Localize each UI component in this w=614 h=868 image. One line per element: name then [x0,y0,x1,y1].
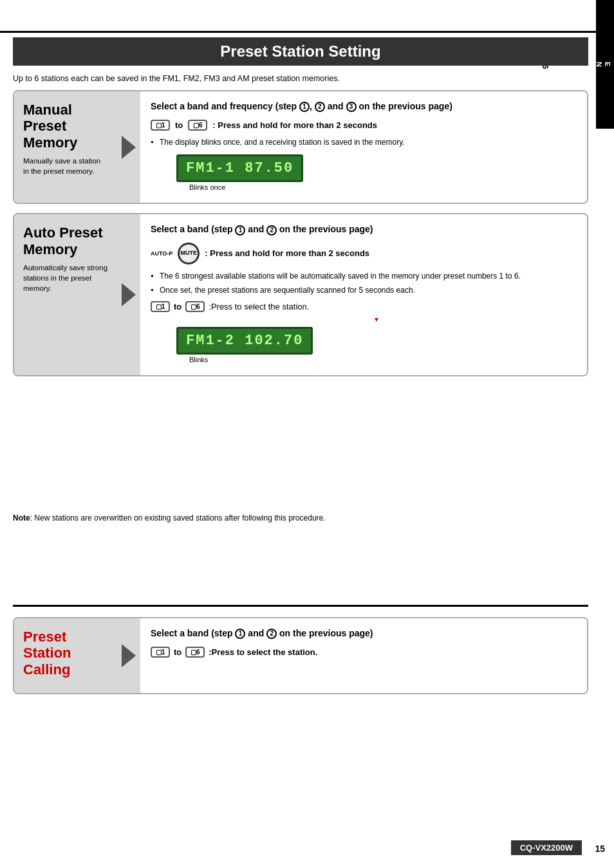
calling-btn-to: ▢6 [185,647,205,658]
arrow-icon-3 [122,644,136,667]
manual-lcd-label: Blinks once [189,183,577,191]
btn-preset-1: ▢1 [151,120,170,131]
bottom-section: PresetStationCalling Select a band (step… [13,605,588,694]
auto-bullet-2: Once set, the preset stations are sequen… [151,285,577,296]
auto-btn-from: ▢1 [151,301,170,312]
manual-preset-desc: Manually save a station in the preset me… [23,156,108,176]
auto-bullets: The 6 strongest available stations will … [151,271,577,296]
auto-sub-label: :Press to select the station. [209,302,309,311]
auto-preset-content: Select a band (step 1 and 2 on the previ… [140,214,587,374]
preset-calling-label: PresetStationCalling [14,618,117,693]
auto-btn-to: ▢6 [185,301,205,312]
manual-preset-title: ManualPresetMemory [23,102,108,151]
auto-btn-label: : Press and hold for more than 2 seconds [205,248,369,258]
to-label-1: to [175,120,183,130]
page-number: 15 [595,844,605,854]
auto-preset-title: Auto PresetMemory [23,225,108,257]
auto-button-row: AUTO-P MUTE : Press and hold for more th… [151,243,577,264]
auto-preset-arrow [117,214,140,374]
auto-preset-section: Auto PresetMemory Automatically save str… [13,213,588,376]
preset-calling-arrow [117,618,140,693]
manual-button-row: ▢1 to ▢6 : Press and hold for more than … [151,120,577,131]
main-content: ManualPresetMemory Manually save a stati… [13,90,588,376]
auto-bullet-1: The 6 strongest available stations will … [151,271,577,282]
note-label: Note [13,513,30,522]
mute-button: MUTE [178,243,200,264]
preset-calling-section: PresetStationCalling Select a band (step… [13,617,588,694]
blink-arrow-indicator: ▼ [176,316,577,323]
arrow-icon-2 [122,283,136,306]
preset-calling-title: PresetStationCalling [23,629,108,678]
model-label: CQ-VX2200W [511,840,582,855]
top-divider [0,31,596,33]
auto-lcd: FM1-2 102.70 [176,327,313,355]
calling-btn-from: ▢1 [151,647,170,658]
auto-sub-select: ▢1 to ▢6 :Press to select the station. [151,301,577,312]
manual-lcd-container: FM1-1 87.50 Blinks once [151,151,577,191]
manual-lcd: FM1-1 87.50 [176,154,303,182]
manual-step-heading: Select a band and frequency (step 1, 2 a… [151,100,577,113]
preset-calling-button-row: ▢1 to ▢6 :Press to select the station. [151,647,577,658]
to-label-3: to [174,647,181,657]
auto-lcd-label: Blinks [189,356,577,364]
auto-preset-desc: Automatically save strong stations in th… [23,263,108,293]
manual-preset-label: ManualPresetMemory Manually save a stati… [14,91,117,203]
btn-preset-6: ▢6 [188,120,207,131]
to-label-2: to [174,302,181,311]
manual-bullet-1: The display blinks once, and a receiving… [151,137,577,148]
auto-lcd-container: ▼ FM1-2 102.70 Blinks [151,316,577,364]
manual-preset-arrow [117,91,140,203]
manual-preset-content: Select a band and frequency (step 1, 2 a… [140,91,587,203]
note-text: Note: New stations are overwritten on ex… [13,513,588,522]
auto-step-heading: Select a band (step 1 and 2 on the previ… [151,223,577,236]
preset-calling-content: Select a band (step 1 and 2 on the previ… [140,618,587,693]
auto-preset-label: Auto PresetMemory Automatically save str… [14,214,117,374]
preset-calling-step-heading: Select a band (step 1 and 2 on the previ… [151,627,577,640]
manual-btn-label: : Press and hold for more than 2 seconds [212,120,377,130]
arrow-icon [122,136,136,159]
auto-p-text: AUTO-P [151,250,172,257]
note-content: : New stations are overwritten on existi… [30,513,326,522]
bottom-divider [13,605,588,607]
sidebar-tab: E N G L I S H 6 [596,0,614,129]
calling-btn-label: :Press to select the station. [209,647,317,657]
page-title: Preset Station Setting [13,37,588,66]
manual-bullets: The display blinks once, and a receiving… [151,137,577,148]
manual-preset-section: ManualPresetMemory Manually save a stati… [13,90,588,204]
subtitle-text: Up to 6 stations each can be saved in th… [13,74,588,83]
